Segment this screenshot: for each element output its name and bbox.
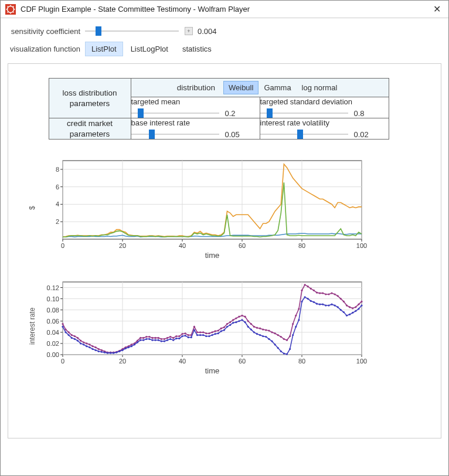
- svg-point-174: [340, 298, 342, 300]
- svg-point-147: [259, 328, 261, 329]
- svg-point-211: [148, 338, 150, 340]
- svg-point-166: [316, 292, 318, 294]
- svg-text:0.08: 0.08: [47, 307, 59, 314]
- svg-point-263: [304, 296, 306, 298]
- sensitivity-stepper[interactable]: +: [185, 27, 193, 35]
- svg-point-84: [71, 334, 73, 336]
- svg-point-264: [307, 298, 309, 300]
- svg-point-122: [185, 332, 186, 334]
- svg-point-151: [271, 331, 273, 333]
- svg-point-81: [62, 323, 63, 325]
- svg-point-178: [352, 307, 353, 309]
- svg-point-271: [328, 305, 329, 307]
- svg-point-241: [238, 320, 240, 322]
- svg-point-162: [304, 284, 306, 285]
- vizfunc-tab-statistics[interactable]: statistics: [176, 42, 218, 56]
- svg-point-148: [262, 329, 264, 331]
- svg-point-154: [280, 336, 282, 338]
- svg-text:0: 0: [61, 242, 64, 249]
- svg-point-168: [322, 293, 324, 294]
- svg-point-268: [319, 304, 321, 305]
- svg-point-210: [145, 338, 147, 340]
- svg-point-225: [191, 336, 192, 338]
- app-window: CDF Plugin Example - State Committee Tes…: [0, 0, 449, 476]
- svg-point-222: [181, 335, 183, 337]
- distribution-option-log-normal[interactable]: log normal: [297, 81, 343, 94]
- chart-2-xlabel: time: [60, 366, 365, 375]
- svg-point-180: [358, 304, 359, 305]
- svg-point-117: [169, 336, 171, 338]
- svg-point-191: [89, 346, 90, 348]
- svg-point-227: [196, 334, 198, 336]
- svg-text:4: 4: [56, 201, 59, 208]
- svg-point-127: [199, 331, 201, 333]
- svg-point-126: [196, 331, 198, 333]
- sensitivity-slider[interactable]: [85, 26, 179, 36]
- svg-point-193: [95, 349, 97, 351]
- svg-point-156: [286, 339, 288, 341]
- svg-point-158: [292, 323, 294, 325]
- svg-point-223: [185, 335, 186, 336]
- chart-2-wrap: interest rate 0204060801000.000.020.040.…: [26, 277, 411, 375]
- svg-text:8: 8: [56, 166, 59, 173]
- svg-point-184: [68, 334, 70, 336]
- svg-point-133: [217, 329, 219, 331]
- svg-point-192: [91, 348, 93, 350]
- svg-point-93: [98, 348, 100, 350]
- distribution-option-gamma[interactable]: Gamma: [258, 81, 296, 94]
- svg-point-139: [235, 317, 237, 319]
- svg-point-187: [77, 340, 79, 342]
- svg-point-134: [220, 328, 222, 329]
- svg-text:20: 20: [119, 242, 126, 249]
- svg-point-150: [268, 329, 270, 331]
- svg-point-175: [343, 301, 345, 302]
- svg-point-217: [166, 339, 168, 341]
- base-rate-slider[interactable]: [131, 130, 219, 139]
- svg-point-114: [161, 338, 162, 340]
- svg-point-112: [155, 337, 157, 339]
- svg-point-243: [244, 321, 246, 323]
- svg-point-155: [283, 338, 285, 340]
- base-rate-value: 0.05: [225, 130, 243, 139]
- svg-point-119: [175, 335, 177, 337]
- svg-point-231: [208, 335, 210, 337]
- svg-text:0.02: 0.02: [47, 340, 59, 347]
- svg-point-179: [355, 306, 356, 308]
- svg-point-221: [178, 338, 180, 339]
- chart-1: 0204060801002468: [36, 156, 365, 250]
- vizfunc-tab-listplot[interactable]: ListPlot: [85, 42, 123, 56]
- rate-vol-slider[interactable]: [260, 130, 348, 139]
- svg-point-85: [74, 335, 76, 337]
- chart-2: 0204060801000.000.020.040.060.080.100.12: [36, 277, 365, 365]
- targeted-mean-slider[interactable]: [131, 108, 219, 118]
- svg-point-169: [325, 293, 326, 295]
- svg-point-198: [110, 352, 111, 354]
- svg-text:60: 60: [239, 242, 246, 249]
- svg-point-89: [86, 342, 87, 344]
- svg-point-274: [337, 306, 339, 308]
- svg-point-277: [346, 315, 348, 317]
- svg-point-260: [295, 326, 297, 328]
- close-button[interactable]: ✕: [430, 4, 444, 15]
- targeted-sd-slider[interactable]: [260, 108, 348, 118]
- svg-text:6: 6: [56, 183, 59, 191]
- svg-text:60: 60: [239, 358, 246, 365]
- sensitivity-thumb[interactable]: [96, 26, 101, 36]
- svg-point-167: [319, 293, 321, 294]
- svg-point-276: [343, 311, 345, 313]
- svg-point-245: [250, 329, 252, 331]
- targeted-mean-label: targeted mean: [131, 97, 260, 106]
- svg-point-233: [215, 333, 216, 335]
- svg-point-248: [259, 334, 261, 336]
- svg-point-130: [208, 332, 210, 334]
- vizfunc-tab-listlogplot[interactable]: ListLogPlot: [124, 42, 175, 56]
- svg-point-143: [247, 320, 249, 322]
- svg-point-111: [151, 337, 153, 339]
- svg-point-214: [158, 339, 159, 341]
- vizfunc-label: visualization function: [8, 45, 85, 53]
- svg-point-142: [244, 316, 246, 318]
- svg-point-273: [334, 305, 336, 307]
- svg-point-91: [91, 345, 93, 347]
- svg-point-234: [217, 332, 219, 334]
- distribution-option-weibull[interactable]: Weibull: [223, 81, 258, 94]
